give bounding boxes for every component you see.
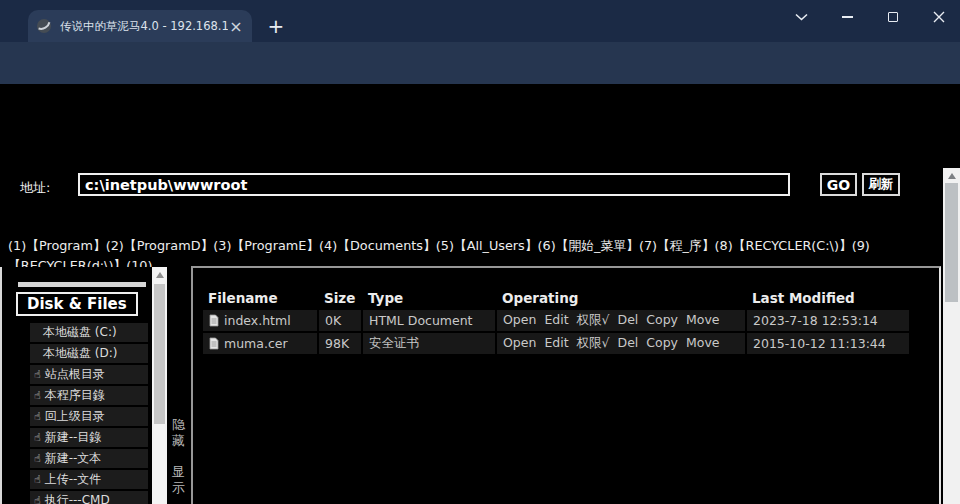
hand-pointer-icon: ☝: [34, 473, 41, 486]
file-name: index.html: [224, 313, 291, 328]
file-table: Filename Size Type Operating Last Modifi…: [201, 286, 911, 356]
sidebar-scrollbar-thumb[interactable]: [154, 284, 165, 424]
file-list-frame: Filename Size Type Operating Last Modifi…: [191, 266, 941, 504]
window-minimize-button[interactable]: [824, 0, 870, 34]
header-modified: Last Modified: [747, 288, 909, 308]
browser-toolbar: ← → 不安全 192.168.173.141 /muma.cer ☆: [0, 42, 960, 84]
sidebar-item-disk-d[interactable]: 本地磁盘 (D:): [30, 344, 148, 363]
sidebar-menu: 本地磁盘 (C:) 本地磁盘 (D:) ☝站点根目录 ☝本程序目錄 ☝回上级目录…: [2, 323, 152, 504]
file-modified: 2023-7-18 12:53:14: [747, 310, 909, 331]
sidebar-disk-files: Disk & Files 本地磁盘 (C:) 本地磁盘 (D:) ☝站点根目录 …: [2, 267, 152, 504]
action-copy[interactable]: Copy: [646, 312, 678, 327]
table-row: index.html 0K HTML Document Open Edit 权限…: [203, 310, 909, 331]
page-scrollbar[interactable]: [943, 168, 960, 504]
action-move[interactable]: Move: [686, 312, 720, 327]
file-table-header-row: Filename Size Type Operating Last Modifi…: [203, 288, 909, 308]
path-input[interactable]: [78, 173, 790, 196]
sidebar-item-new-dir[interactable]: ☝新建--目錄: [30, 428, 148, 447]
site-favicon-globe-icon: [36, 18, 52, 34]
action-del[interactable]: Del: [618, 312, 639, 327]
hand-pointer-icon: ☝: [34, 452, 41, 465]
sidebar-item-exec-cmd[interactable]: ☝执行---CMD: [30, 491, 148, 504]
hand-pointer-icon: ☝: [34, 368, 41, 381]
webshell-page: 地址: GO 刷新 (1)【Program】(2)【ProgramD】(3)【P…: [0, 84, 960, 504]
file-name: muma.cer: [224, 336, 288, 351]
frame-toggle-strip: 隐藏 显示: [167, 267, 191, 504]
sidebar-item-disk-c[interactable]: 本地磁盘 (C:): [30, 323, 148, 342]
scroll-up-arrow-icon[interactable]: [156, 272, 164, 278]
sidebar-item-program-dir[interactable]: ☝本程序目錄: [30, 386, 148, 405]
table-row: muma.cer 98K 安全证书 Open Edit 权限√ Del Copy…: [203, 333, 909, 354]
scroll-up-arrow-icon[interactable]: [948, 173, 956, 179]
tab-close-icon[interactable]: ×: [228, 17, 244, 36]
window-close-button[interactable]: [916, 0, 960, 34]
file-actions: Open Edit 权限√ Del Copy Move: [497, 310, 745, 331]
browser-window: 传说中的草泥马4.0 - 192.168.17 × + ← → 不安全 192.…: [0, 0, 960, 504]
action-copy[interactable]: Copy: [646, 335, 678, 350]
file-type: 安全证书: [363, 333, 495, 354]
browser-tab[interactable]: 传说中的草泥马4.0 - 192.168.17 ×: [28, 10, 252, 42]
file-modified: 2015-10-12 11:13:44: [747, 333, 909, 354]
file-size: 0K: [319, 310, 361, 331]
action-perms[interactable]: 权限√: [577, 312, 610, 327]
tab-title: 传说中的草泥马4.0 - 192.168.17: [60, 19, 228, 34]
sidebar-item-new-text[interactable]: ☝新建--文本: [30, 449, 148, 468]
hand-pointer-icon: ☝: [34, 494, 41, 504]
action-move[interactable]: Move: [686, 335, 720, 350]
page-scrollbar-thumb[interactable]: [945, 183, 958, 302]
browser-titlebar: 传说中的草泥马4.0 - 192.168.17 × +: [0, 0, 960, 42]
file-size: 98K: [319, 333, 361, 354]
file-actions: Open Edit 权限√ Del Copy Move: [497, 333, 745, 354]
hand-pointer-icon: ☝: [34, 410, 41, 423]
sidebar-divider: [18, 282, 146, 287]
file-icon: [209, 337, 219, 350]
action-edit[interactable]: Edit: [544, 335, 568, 350]
action-perms[interactable]: 权限√: [577, 335, 610, 350]
go-button[interactable]: GO: [820, 173, 857, 196]
browser-menu-chevron-icon[interactable]: [778, 0, 824, 34]
hide-frame-button[interactable]: 隐藏: [172, 417, 187, 449]
action-del[interactable]: Del: [618, 335, 639, 350]
hand-pointer-icon: ☝: [34, 431, 41, 444]
new-tab-button[interactable]: +: [262, 12, 290, 40]
header-type: Type: [363, 288, 495, 308]
header-operating: Operating: [497, 288, 745, 308]
action-open[interactable]: Open: [503, 312, 536, 327]
action-edit[interactable]: Edit: [544, 312, 568, 327]
show-frame-button[interactable]: 显示: [172, 464, 187, 496]
file-type: HTML Document: [363, 310, 495, 331]
sidebar-item-site-root[interactable]: ☝站点根目录: [30, 365, 148, 384]
header-filename: Filename: [203, 288, 317, 308]
window-maximize-button[interactable]: [870, 0, 916, 34]
action-open[interactable]: Open: [503, 335, 536, 350]
address-field-label: 地址:: [20, 179, 50, 197]
sidebar-scrollbar[interactable]: [152, 267, 167, 504]
sidebar-item-upload-file[interactable]: ☝上传--文件: [30, 470, 148, 489]
hand-pointer-icon: ☝: [34, 389, 41, 402]
refresh-button[interactable]: 刷新: [862, 173, 900, 196]
sidebar-item-parent-dir[interactable]: ☝回上级目录: [30, 407, 148, 426]
sidebar-title: Disk & Files: [16, 292, 138, 316]
file-icon: [209, 314, 219, 327]
header-size: Size: [319, 288, 361, 308]
